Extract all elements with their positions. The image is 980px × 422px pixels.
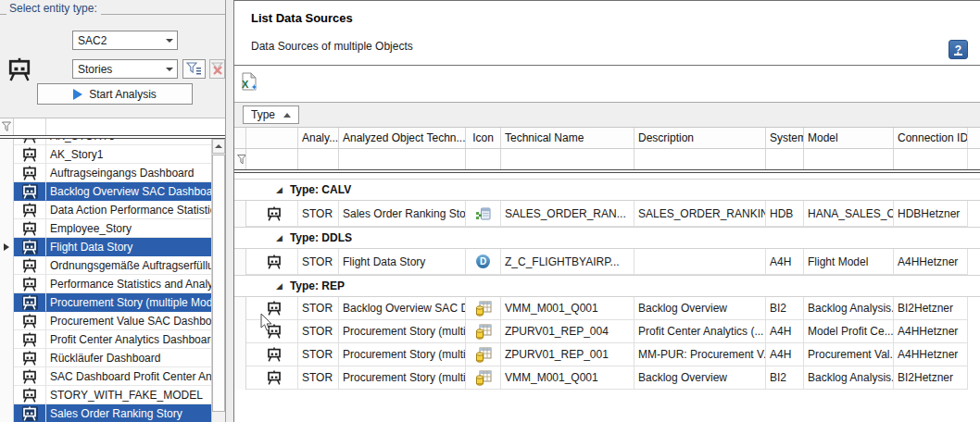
column-header-connection-id[interactable]: Connection ID bbox=[894, 128, 968, 148]
grid-data-row[interactable]: STORBacklog Overview SAC D...VMM_M001_Q0… bbox=[234, 297, 980, 320]
panel-splitter[interactable] bbox=[225, 0, 233, 422]
analyzed-object-icon-cell bbox=[246, 297, 298, 320]
story-list-item[interactable]: Procurement Story (multiple Models) bbox=[0, 293, 211, 312]
clear-filter-button[interactable] bbox=[209, 59, 225, 79]
cds-ddl-icon: D bbox=[466, 254, 500, 268]
story-list-item[interactable]: Procurement Value SAC Dashboard bbox=[0, 312, 211, 330]
cell-technical-name: VMM_M001_Q001 bbox=[501, 366, 634, 390]
filter-cell[interactable] bbox=[766, 149, 804, 169]
grid-toolbar: X bbox=[234, 67, 980, 102]
filter-cell[interactable] bbox=[14, 118, 46, 135]
story-list-filter-row[interactable] bbox=[0, 118, 225, 135]
row-indicator bbox=[0, 293, 14, 312]
story-list: AK_STORY3AK_Story1Auftragseingangs Dashb… bbox=[0, 118, 225, 422]
story-list-item[interactable]: AK_STORY3 bbox=[0, 139, 211, 145]
group-row[interactable]: ◢Type: REP bbox=[234, 275, 980, 297]
story-list-item[interactable]: Employee_Story bbox=[0, 219, 211, 238]
grid-data-row[interactable]: STORSales Order Ranking StorySALES_ORDER… bbox=[234, 201, 980, 227]
grid-data-row[interactable]: STORProcurement Story (multi...ZPURV01_R… bbox=[234, 343, 980, 366]
combo-dropdown-button[interactable] bbox=[162, 31, 177, 49]
grid-filter-row[interactable] bbox=[234, 149, 980, 169]
group-label: Type: REP bbox=[290, 279, 345, 292]
analyzed-object-icon-cell bbox=[246, 320, 298, 343]
object-type-value: Stories bbox=[73, 63, 162, 76]
groupbox-line bbox=[101, 7, 225, 15]
filter-cell[interactable] bbox=[339, 149, 466, 169]
export-to-excel-button[interactable]: X bbox=[240, 72, 258, 93]
filter-cell[interactable] bbox=[46, 118, 225, 135]
combo-dropdown-button[interactable] bbox=[162, 60, 177, 78]
entity-system-combobox[interactable]: SAC2 bbox=[72, 31, 178, 50]
column-header-model[interactable]: Model bbox=[804, 128, 894, 148]
story-list-scrollbar[interactable] bbox=[211, 139, 225, 422]
story-item-label: Profit Center Analytics Dashboard (Pr bbox=[46, 330, 211, 349]
column-header-system[interactable]: System bbox=[766, 128, 804, 148]
story-list-item[interactable]: Flight Data Story bbox=[0, 238, 211, 256]
row-indicator bbox=[0, 182, 14, 201]
cell-analyzed-object: Procurement Story (multi... bbox=[339, 366, 466, 390]
object-type-combobox[interactable]: Stories bbox=[72, 59, 178, 79]
story-icon bbox=[22, 184, 38, 199]
row-indicator bbox=[234, 343, 246, 366]
start-analysis-label: Start Analysis bbox=[89, 88, 157, 101]
story-list-item[interactable]: AK_Story1 bbox=[0, 145, 211, 164]
filter-cell[interactable] bbox=[804, 149, 894, 169]
filter-cell[interactable] bbox=[246, 149, 298, 169]
story-list-item[interactable]: Rückläufer Dashboard bbox=[0, 349, 211, 367]
filter-row-indicator bbox=[0, 118, 14, 135]
filter-cell[interactable] bbox=[466, 149, 501, 169]
story-list-item[interactable]: STORY_WITH_FAKE_MODEL bbox=[0, 386, 211, 404]
story-list-item[interactable]: Backlog Overview SAC Dashboard bbox=[0, 182, 211, 201]
column-header-analy[interactable]: Analy... bbox=[298, 128, 339, 148]
story-icon bbox=[267, 301, 282, 316]
story-list-item[interactable]: Sales Order Ranking Story bbox=[0, 404, 211, 422]
story-list-item[interactable]: Data Action Performance Statistics an bbox=[0, 201, 211, 219]
column-header-description[interactable]: Description bbox=[634, 128, 766, 148]
list-data-sources-panel: List Data Sources Data Sources of multip… bbox=[233, 0, 980, 422]
column-header-analyzed-object-techn[interactable]: Analyzed Object Techn.... bbox=[339, 128, 466, 148]
story-icon bbox=[22, 314, 37, 329]
column-header-blank bbox=[246, 128, 298, 148]
group-expanded-icon[interactable]: ◢ bbox=[276, 282, 283, 291]
story-list-item[interactable]: SAC Dashboard Profit Center Analytic bbox=[0, 367, 211, 386]
story-icon: 0 16 16"> bbox=[6, 57, 32, 84]
filter-cell[interactable] bbox=[634, 149, 766, 169]
group-chip-label: Type bbox=[251, 108, 275, 121]
filter-cell[interactable] bbox=[298, 149, 339, 169]
row-indicator bbox=[0, 404, 14, 422]
column-header-technical-name[interactable]: Technical Name bbox=[501, 128, 634, 148]
story-list-item[interactable]: Auftragseingangs Dashboard bbox=[0, 164, 211, 182]
story-list-item[interactable]: Performance Statistics and Analysis bbox=[0, 275, 211, 293]
edit-filter-button[interactable] bbox=[182, 59, 206, 79]
story-list-item[interactable]: Ordnungsgemäße Auftragserfüllung bbox=[0, 256, 211, 275]
row-indicator bbox=[0, 219, 14, 238]
group-row[interactable]: ◢Type: CALV bbox=[234, 179, 980, 201]
row-indicator bbox=[0, 139, 14, 145]
analyzed-object-icon-cell bbox=[246, 201, 298, 227]
grid-data-row[interactable]: STORProcurement Story (multi...VMM_M001_… bbox=[234, 366, 980, 390]
column-header-blank bbox=[234, 128, 246, 148]
scrollbar-thumb[interactable] bbox=[212, 155, 225, 412]
filter-cell[interactable] bbox=[894, 149, 968, 169]
filter-cell[interactable] bbox=[501, 149, 634, 169]
sort-ascending-icon bbox=[283, 113, 291, 118]
data-sources-grid: Type Analy...Analyzed Object Techn....Ic… bbox=[234, 102, 980, 422]
group-by-type-chip[interactable]: Type bbox=[243, 106, 299, 124]
grid-data-row[interactable]: STORProcurement Story (multi...ZPURV01_R… bbox=[234, 320, 980, 343]
group-expanded-icon[interactable]: ◢ bbox=[276, 186, 283, 194]
column-header-icon[interactable]: Icon bbox=[466, 128, 501, 148]
grid-data-row[interactable]: STORFlight Data StoryDZ_C_FLIGHTBYAIRP..… bbox=[234, 249, 980, 275]
start-analysis-button[interactable]: Start Analysis bbox=[37, 83, 193, 105]
cell-analyzed-type: STOR bbox=[298, 201, 339, 227]
scrollbar-up-button[interactable] bbox=[212, 139, 225, 154]
group-row[interactable]: ◢Type: DDLS bbox=[234, 227, 980, 249]
group-by-panel[interactable]: Type bbox=[234, 103, 980, 128]
cell-icon bbox=[466, 343, 501, 366]
row-indicator bbox=[0, 164, 14, 182]
story-icon-cell bbox=[14, 330, 46, 349]
group-expanded-icon[interactable]: ◢ bbox=[276, 234, 283, 242]
analyzed-object-icon-cell bbox=[246, 249, 298, 275]
help-button[interactable]: ? bbox=[949, 40, 968, 59]
story-icon-cell bbox=[14, 312, 46, 330]
story-list-item[interactable]: Profit Center Analytics Dashboard (Pr bbox=[0, 330, 211, 349]
